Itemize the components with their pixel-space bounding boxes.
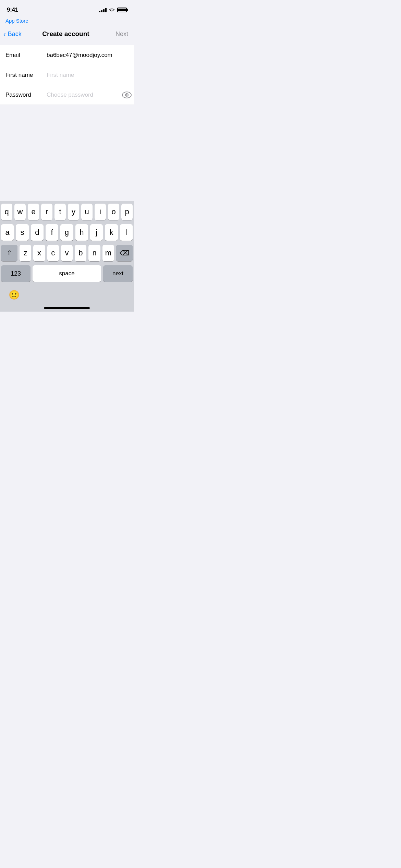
key-g[interactable]: g <box>60 224 73 241</box>
key-v[interactable]: v <box>61 245 73 261</box>
keyboard-next-key[interactable]: next <box>103 265 133 282</box>
key-r[interactable]: r <box>41 204 52 220</box>
key-u[interactable]: u <box>81 204 93 220</box>
keyboard-row-3: ⇧ z x c v b n m ⌫ <box>1 245 133 261</box>
keyboard-bottom-row: 🙂 <box>1 286 133 305</box>
home-indicator <box>44 307 90 309</box>
key-y[interactable]: y <box>68 204 79 220</box>
gray-area <box>0 105 134 201</box>
app-store-label: App Store <box>0 17 134 26</box>
signal-icon <box>99 8 107 12</box>
back-label: Back <box>8 31 22 38</box>
emoji-button[interactable]: 🙂 <box>7 287 22 302</box>
next-button[interactable]: Next <box>101 31 128 38</box>
page-title: Create account <box>31 30 101 38</box>
key-s[interactable]: s <box>16 224 28 241</box>
back-button[interactable]: ‹ Back <box>3 30 31 38</box>
key-w[interactable]: w <box>14 204 26 220</box>
key-h[interactable]: h <box>75 224 88 241</box>
email-row: Email <box>0 45 134 65</box>
email-input[interactable] <box>47 52 128 59</box>
delete-key[interactable]: ⌫ <box>116 245 133 261</box>
key-k[interactable]: k <box>105 224 118 241</box>
status-time: 9:41 <box>7 7 18 13</box>
numbers-key[interactable]: 123 <box>1 265 31 282</box>
key-p[interactable]: p <box>121 204 133 220</box>
first-name-input[interactable] <box>47 72 128 79</box>
shift-key[interactable]: ⇧ <box>1 245 17 261</box>
key-j[interactable]: j <box>90 224 103 241</box>
key-l[interactable]: l <box>120 224 133 241</box>
home-indicator-wrapper <box>0 305 134 312</box>
key-f[interactable]: f <box>46 224 58 241</box>
first-name-row: First name <box>0 65 134 85</box>
keyboard-row-4: 123 space next <box>1 265 133 282</box>
keyboard: q w e r t y u i o p a s d f g h j k l ⇧ … <box>0 201 134 305</box>
back-chevron-icon: ‹ <box>3 30 6 38</box>
eye-icon <box>122 92 132 98</box>
key-c[interactable]: c <box>47 245 59 261</box>
password-label: Password <box>5 92 47 98</box>
key-z[interactable]: z <box>20 245 31 261</box>
first-name-label: First name <box>5 72 47 79</box>
key-x[interactable]: x <box>33 245 45 261</box>
key-i[interactable]: i <box>95 204 106 220</box>
form-section: Email First name Password <box>0 45 134 105</box>
key-d[interactable]: d <box>31 224 44 241</box>
keyboard-row-2: a s d f g h j k l <box>1 224 133 241</box>
key-t[interactable]: t <box>54 204 66 220</box>
password-input[interactable] <box>47 92 119 98</box>
key-b[interactable]: b <box>75 245 86 261</box>
status-icons <box>99 8 127 12</box>
key-m[interactable]: m <box>102 245 114 261</box>
key-a[interactable]: a <box>1 224 14 241</box>
key-e[interactable]: e <box>28 204 39 220</box>
nav-bar: ‹ Back Create account Next <box>0 26 134 45</box>
password-toggle-button[interactable] <box>119 89 134 101</box>
password-row: Password <box>0 85 134 105</box>
space-key[interactable]: space <box>33 265 101 282</box>
keyboard-row-1: q w e r t y u i o p <box>1 204 133 220</box>
status-bar: 9:41 <box>0 0 134 17</box>
key-q[interactable]: q <box>1 204 12 220</box>
battery-icon <box>117 8 127 12</box>
svg-point-2 <box>126 94 127 96</box>
shift-icon: ⇧ <box>7 249 12 257</box>
wifi-icon <box>109 8 115 12</box>
key-o[interactable]: o <box>108 204 119 220</box>
email-label: Email <box>5 52 47 59</box>
key-n[interactable]: n <box>88 245 100 261</box>
delete-icon: ⌫ <box>120 249 129 257</box>
